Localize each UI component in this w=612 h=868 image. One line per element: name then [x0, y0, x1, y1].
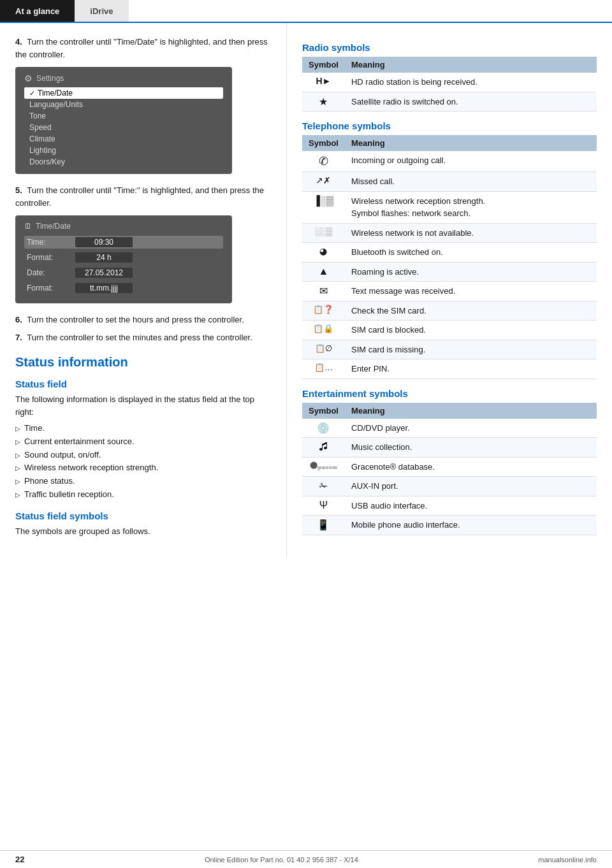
menu-item-speed: Speed [24, 122, 223, 133]
step-4-num: 4. [15, 37, 22, 47]
table-row: ▐░▒ Wireless network reception strength.… [302, 191, 597, 223]
symbol-text-message: ✉ [302, 282, 345, 301]
table-row: 📋❓ Check the SIM card. [302, 301, 597, 321]
step-7: 7. Turn the controller to set the minute… [15, 331, 271, 344]
status-bullet-list: Time. Current entertainment source. Soun… [15, 422, 271, 502]
table-row: ↗✗ Missed call. [302, 172, 597, 192]
menu-item-time-date: Time/Date [24, 87, 223, 99]
meaning-check-sim: Check the SIM card. [345, 301, 597, 321]
meaning-mobile-phone-audio: Mobile phone audio interface. [345, 516, 597, 535]
form-row-date: Date: 27.05.2012 [24, 266, 223, 279]
symbol-wireless-strength: ▐░▒ [302, 191, 345, 223]
symbol-hd-radio: H► [302, 73, 345, 92]
step-5: 5. Turn the controller until "Time:" is … [15, 184, 271, 209]
meaning-usb-audio: USB audio interface. [345, 496, 597, 516]
step-6-num: 6. [15, 315, 22, 324]
step-7-text: Turn the controller to set the minutes a… [27, 333, 252, 342]
meaning-roaming: Roaming is active. [345, 262, 597, 282]
symbol-bluetooth: ◕ [302, 243, 345, 263]
gear-icon: ⚙ [24, 73, 33, 83]
table-row: 📋🔒 SIM card is blocked. [302, 321, 597, 340]
ent-table-header-meaning: Meaning [345, 403, 597, 419]
table-row: 📋∅ SIM card is missing. [302, 340, 597, 359]
table-row: ✉ Text message was received. [302, 282, 597, 301]
meaning-cd-dvd: CD/DVD player. [345, 419, 597, 438]
menu-item-tone: Tone [24, 110, 223, 122]
screenshot-settings: ⚙ Settings Time/Date Language/Units Tone… [15, 67, 232, 174]
table-row: 💿 CD/DVD player. [302, 419, 597, 438]
meaning-hd-radio: HD radio station is being received. [345, 73, 597, 92]
step-6-text: Turn the controller to set the hours and… [27, 315, 244, 324]
table-row: H► HD radio station is being received. [302, 73, 597, 92]
step-5-text: Turn the controller until "Time:" is hig… [15, 185, 264, 208]
menu-item-climate: Climate [24, 133, 223, 145]
meaning-incoming-call: Incoming or outgoing call. [345, 151, 597, 172]
status-field-heading: Status field [15, 379, 271, 389]
symbol-no-network: ░░▒ [302, 223, 345, 243]
status-description: The following information is displayed i… [15, 393, 271, 418]
menu-item-lighting: Lighting [24, 145, 223, 156]
page-number: 22 [15, 855, 24, 864]
ent-table-header-symbol: Symbol [302, 403, 345, 419]
radio-table-header-meaning: Meaning [345, 57, 597, 73]
meaning-sim-blocked: SIM card is blocked. [345, 321, 597, 340]
screenshot-time-date: 🗓 Time/Date Time: 09:30 Format: 24 h Dat… [15, 215, 232, 303]
meaning-music-collection: Music collection. [345, 438, 597, 458]
telephone-symbols-title: Telephone symbols [302, 120, 597, 131]
form-row-format1: Format: 24 h [24, 251, 223, 264]
form-row-time: Time: 09:30 [24, 236, 223, 249]
table-row: ░░▒ Wireless network is not available. [302, 223, 597, 243]
table-row: ★ Satellite radio is switched on. [302, 92, 597, 112]
table-row: 🎜 Music collection. [302, 438, 597, 458]
symbol-check-sim: 📋❓ [302, 301, 345, 321]
menu-item-language: Language/Units [24, 99, 223, 110]
tab-at-a-glance[interactable]: At a glance [0, 0, 75, 22]
table-row: ◕ Bluetooth is switched on. [302, 243, 597, 263]
step-5-num: 5. [15, 185, 22, 195]
meaning-satellite: Satellite radio is switched on. [345, 92, 597, 112]
table-row: ✁ AUX-IN port. [302, 477, 597, 496]
symbol-gracenote: ⬤gracenote [302, 457, 345, 477]
calendar-icon: 🗓 [24, 222, 32, 231]
table-row: 📱 Mobile phone audio interface. [302, 516, 597, 535]
table-row: Ψ USB audio interface. [302, 496, 597, 516]
step-6: 6. Turn the controller to set the hours … [15, 314, 271, 326]
meaning-sim-missing: SIM card is missing. [345, 340, 597, 359]
tab-idrive[interactable]: iDrive [75, 0, 128, 22]
bullet-wireless: Wireless network reception strength. [15, 461, 271, 475]
symbol-music-collection: 🎜 [302, 438, 345, 458]
bullet-entertainment: Current entertainment source. [15, 435, 271, 449]
step-4: 4. Turn the controller until "Time/Date"… [15, 36, 271, 61]
symbol-roaming: ▲ [302, 262, 345, 282]
telephone-symbols-table: Symbol Meaning ✆ Incoming or outgoing ca… [302, 135, 597, 379]
meaning-aux-in: AUX-IN port. [345, 477, 597, 496]
page-header: At a glance iDrive [0, 0, 612, 23]
meaning-bluetooth: Bluetooth is switched on. [345, 243, 597, 263]
bullet-phone: Phone status. [15, 475, 271, 488]
symbol-satellite: ★ [302, 92, 345, 112]
symbol-aux-in: ✁ [302, 477, 345, 496]
footer-brand: manualsonline.info [538, 856, 597, 864]
meaning-text-message: Text message was received. [345, 282, 597, 301]
settings-title: ⚙ Settings [24, 73, 223, 83]
symbol-missed-call: ↗✗ [302, 172, 345, 192]
symbol-enter-pin: 📋… [302, 359, 345, 379]
entertainment-symbols-title: Entertainment symbols [302, 388, 597, 399]
entertainment-symbols-table: Symbol Meaning 💿 CD/DVD player. 🎜 Music … [302, 403, 597, 535]
bullet-traffic: Traffic bulletin reception. [15, 488, 271, 502]
left-column: 4. Turn the controller until "Time/Date"… [0, 23, 287, 557]
bullet-sound: Sound output, on/off. [15, 449, 271, 462]
status-information-heading: Status information [15, 355, 271, 370]
symbol-sim-blocked: 📋🔒 [302, 321, 345, 340]
tel-table-header-meaning: Meaning [345, 135, 597, 151]
menu-item-doors: Doors/Key [24, 156, 223, 168]
step-7-num: 7. [15, 333, 22, 342]
page-footer: 22 Online Edition for Part no. 01 40 2 9… [0, 850, 612, 868]
meaning-no-network: Wireless network is not available. [345, 223, 597, 243]
status-field-symbols-heading: Status field symbols [15, 510, 271, 521]
main-content: 4. Turn the controller until "Time/Date"… [0, 23, 612, 557]
symbol-incoming-call: ✆ [302, 151, 345, 172]
meaning-missed-call: Missed call. [345, 172, 597, 192]
table-row: 📋… Enter PIN. [302, 359, 597, 379]
status-symbols-description: The symbols are grouped as follows. [15, 525, 271, 538]
